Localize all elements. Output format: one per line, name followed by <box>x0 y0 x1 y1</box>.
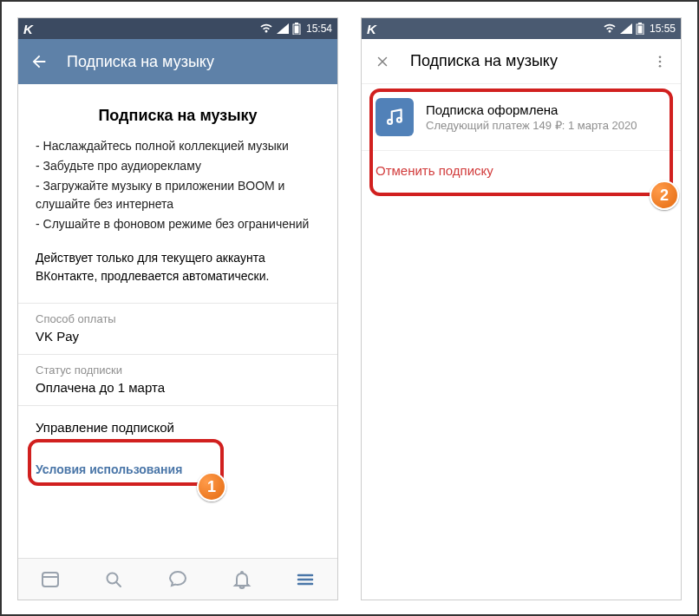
annotation-badge-1: 1 <box>197 472 226 501</box>
payment-method-value: VK Pay <box>36 329 320 344</box>
manage-subscription-label: Управление подпиской <box>36 420 320 435</box>
svg-rect-3 <box>42 573 58 587</box>
toolbar: Подписка на музыку <box>18 39 337 84</box>
svg-line-6 <box>116 582 121 587</box>
back-icon[interactable] <box>27 49 51 74</box>
wifi-icon <box>603 23 617 34</box>
wifi-icon <box>259 23 273 34</box>
payment-method-section[interactable]: Способ оплаты VK Pay <box>18 303 337 354</box>
svg-point-15 <box>659 64 662 67</box>
subscription-title: Подписка оформлена <box>426 102 637 117</box>
bottom-nav <box>18 558 337 600</box>
benefits-list: - Наслаждайтесь полной коллекцией музыки… <box>18 137 337 233</box>
nav-messages-icon[interactable] <box>167 568 189 591</box>
cancel-subscription-button[interactable]: Отменить подписку <box>362 150 681 190</box>
subscription-status-value: Оплачена до 1 марта <box>36 380 320 395</box>
app-logo: K <box>23 22 33 36</box>
content-area: Подписка на музыку - Наслаждайтесь полно… <box>18 107 337 490</box>
app-logo: K <box>367 22 376 36</box>
account-note: Действует только для текущего аккаунта В… <box>18 249 337 285</box>
status-time: 15:55 <box>650 23 676 35</box>
battery-icon <box>636 23 644 35</box>
nav-feed-icon[interactable] <box>39 568 62 591</box>
nav-menu-icon[interactable] <box>294 568 317 591</box>
subscription-card: Подписка оформлена Следующий платеж 149 … <box>362 84 681 150</box>
status-time: 15:54 <box>306 23 332 35</box>
music-icon <box>376 98 414 136</box>
svg-point-14 <box>659 60 662 62</box>
benefit-item: - Слушайте в фоновом режиме без ограниче… <box>36 215 320 233</box>
manage-subscription-button[interactable]: Управление подпиской <box>18 405 337 449</box>
subscription-status-section: Статус подписки Оплачена до 1 марта <box>18 354 337 405</box>
benefit-item: - Забудьте про аудиорекламу <box>36 157 320 175</box>
toolbar-title: Подписка на музыку <box>67 53 214 71</box>
nav-search-icon[interactable] <box>102 568 125 591</box>
toolbar: Подписка на музыку <box>362 39 681 84</box>
svg-rect-12 <box>637 26 642 34</box>
payment-method-label: Способ оплаты <box>36 312 320 325</box>
annotation-badge-2: 2 <box>650 180 679 210</box>
svg-point-17 <box>397 118 402 122</box>
phone-left: K 15:54 Подписка на музыку Подписка на м… <box>17 17 338 600</box>
benefit-item: - Загружайте музыку в приложении BOOM и … <box>36 177 320 213</box>
battery-icon <box>292 23 301 35</box>
terms-link[interactable]: Условия использования <box>18 449 337 490</box>
svg-rect-2 <box>294 26 298 34</box>
subscription-status-label: Статус подписки <box>36 364 320 377</box>
svg-point-16 <box>388 120 392 124</box>
nav-notifications-icon[interactable] <box>231 568 253 591</box>
status-bar: K 15:55 <box>362 18 681 39</box>
signal-icon <box>277 23 289 34</box>
status-bar: K 15:54 <box>18 18 337 39</box>
more-icon[interactable] <box>648 49 672 74</box>
benefit-item: - Наслаждайтесь полной коллекцией музыки <box>36 137 320 155</box>
phone-right: K 15:55 Подписка на музыку Подписка офор… <box>361 17 682 600</box>
svg-point-13 <box>659 56 662 58</box>
toolbar-title: Подписка на музыку <box>410 52 558 70</box>
page-heading: Подписка на музыку <box>18 107 337 125</box>
signal-icon <box>620 23 632 34</box>
close-icon[interactable] <box>370 49 395 74</box>
subscription-detail: Следующий платеж 149 ₽: 1 марта 2020 <box>426 119 637 132</box>
